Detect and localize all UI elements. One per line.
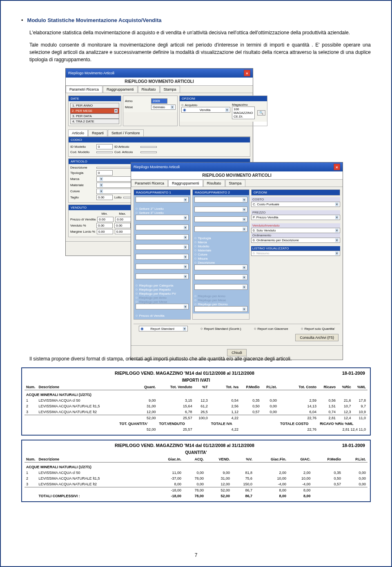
- rag2-prezzo[interactable]: Prezzo di Vendita: [194, 306, 247, 312]
- intro-paragraph-1: L'elaborazione statistica della moviment…: [29, 29, 371, 36]
- tab-risultato[interactable]: Risultato: [138, 86, 160, 93]
- tab-parametri[interactable]: Parametri Ricerca: [131, 180, 168, 187]
- table-row: 2LEVISSIMA ACQUA NATURALE lt1,531,0015,6…: [24, 403, 368, 409]
- rag1-marca[interactable]: Marca: [136, 225, 189, 230]
- tip-input[interactable]: 0: [96, 170, 113, 176]
- rag2-reppv[interactable]: Riepilogo per Reparto PV: [194, 284, 247, 290]
- col-ric: Ricavo: [318, 384, 337, 390]
- table-row: 3LEVISSIMA ACQUA NATURALE lt212,006,7826…: [24, 409, 368, 415]
- tab-raggruppamenti[interactable]: Raggruppamenti: [103, 86, 138, 93]
- mese-select[interactable]: Gennaio: [151, 105, 176, 110]
- date-per-mese-button[interactable]: 2. PER MESE: [70, 108, 119, 113]
- idart-label: ID Articolo: [114, 145, 139, 149]
- marg-max[interactable]: 0.00: [115, 229, 131, 234]
- date-per-anno-button[interactable]: 1. PER ANNO: [70, 103, 119, 108]
- codart-input[interactable]: [140, 151, 157, 153]
- rag1-set1[interactable]: Settore 1° Livello: [136, 197, 189, 202]
- rag2-cat[interactable]: Riepilogo per Categoria: [194, 265, 247, 270]
- rag2-rep[interactable]: Riepilogo per Reparto: [194, 274, 247, 280]
- idmod-input[interactable]: 0: [96, 144, 113, 149]
- rag2-set3[interactable]: Settore 3° Livello: [194, 226, 247, 232]
- col-pm: P.Medio: [312, 456, 343, 462]
- max-label: Max.: [114, 212, 131, 216]
- rag1-misura[interactable]: Misura: [136, 264, 189, 269]
- anno-input[interactable]: 2009: [151, 98, 167, 104]
- rag1-set2[interactable]: Settore 2° Livello: [136, 207, 164, 211]
- taglio-input[interactable]: 0.00: [96, 195, 113, 200]
- consulta-button[interactable]: Consulta Archivi (F5): [295, 334, 339, 341]
- ord-label: Ordinamento: [251, 233, 340, 238]
- idart-input[interactable]: [140, 146, 157, 148]
- rag2-modello[interactable]: Modello: [194, 244, 209, 248]
- rag1-header: RAGGRUPPAMENTO 1: [134, 190, 190, 195]
- colore-label: Colore: [70, 189, 95, 193]
- subtab-settori[interactable]: Settori / Fornitore: [108, 129, 144, 136]
- prezzo-max[interactable]: 0.00: [115, 217, 131, 222]
- report-quantita-radio[interactable]: Report solo Quantita': [301, 327, 335, 331]
- tab-parametri[interactable]: Parametri Ricerca: [66, 86, 102, 93]
- rag1-tip[interactable]: Tipologia: [136, 215, 189, 220]
- rag1-materiale[interactable]: Materiale: [136, 244, 189, 250]
- subtab-reparti[interactable]: Reparti: [88, 129, 107, 136]
- rag2-nessuno[interactable]: Nessuno: [194, 197, 247, 202]
- lotto-label: Lotto: [114, 196, 122, 199]
- col-num: Num.: [24, 384, 37, 390]
- rag1-rep[interactable]: Riepilogo per Reparto: [136, 287, 171, 291]
- col-desc: Descrizione: [37, 456, 154, 462]
- subtotal-row: 52,0025,57100,04,2222,762,8112,411,0: [24, 415, 368, 421]
- tab-risultato[interactable]: Risultato: [203, 180, 225, 187]
- marg-min[interactable]: 0.00: [97, 229, 113, 234]
- rag1-reppv[interactable]: Riepilogo per Reparto PV: [136, 291, 176, 296]
- acquisto-radio[interactable]: Acquisto: [181, 103, 197, 107]
- report-giacenze-radio[interactable]: Report con Giacenze: [254, 327, 288, 331]
- date-group-header: DATE: [69, 96, 121, 101]
- col-pv: %V.: [232, 456, 254, 462]
- costo-select[interactable]: C. Costo Puntuale: [251, 202, 340, 207]
- tab-stampa[interactable]: Stampa: [160, 86, 180, 93]
- close-icon[interactable]: ×: [334, 164, 340, 170]
- rag1-prezzo[interactable]: Prezzo di Vendita: [136, 314, 165, 318]
- idmod-label: ID Modello: [70, 145, 95, 149]
- rag1-set3[interactable]: Settore 3° Livello: [136, 211, 164, 215]
- rag1-giorno[interactable]: Riepilogo per Giorno: [136, 304, 189, 309]
- magazzino-lookup-button[interactable]: 🔍: [257, 110, 265, 116]
- vi-select[interactable]: 0. Solo Venduto: [251, 228, 340, 233]
- rag2-set2[interactable]: Settore 2° Livello: [194, 216, 247, 222]
- report1-date: 18-01-2009: [342, 371, 365, 376]
- rag1-desc[interactable]: Descrizione: [136, 273, 189, 279]
- rag2-colore[interactable]: Colore: [194, 252, 207, 256]
- rag2-misura[interactable]: Misura: [194, 256, 207, 260]
- report-standard-radio[interactable]: Report Standard: [139, 326, 188, 331]
- ord-select[interactable]: 0. Ordinamento per Descrizione: [251, 238, 340, 243]
- vend-max[interactable]: 0.00: [114, 223, 131, 228]
- prezzo-min[interactable]: 0.00: [97, 217, 114, 222]
- col-toti: Tot. Iva: [209, 384, 240, 390]
- rag1-cat[interactable]: Riepilogo per Categoria: [136, 283, 174, 287]
- magazzino-input[interactable]: 100 MAGAZZINO CE.DI.: [232, 107, 255, 119]
- min-label: Min.: [96, 212, 113, 216]
- close-icon[interactable]: ×: [244, 70, 250, 76]
- prezzo-select[interactable]: P. Prezzo Vendita: [251, 215, 340, 220]
- rag2-set1[interactable]: Settore 1° Livello: [194, 207, 247, 212]
- vendita-radio[interactable]: Vendita: [181, 107, 230, 113]
- date-tra-2-date-button[interactable]: 4. TRA 2 DATE: [70, 119, 119, 124]
- rag2-giorno[interactable]: Riepilogo per Giorno: [194, 302, 228, 306]
- col-acq: ACQ.: [183, 456, 205, 462]
- vend-min[interactable]: 0.00: [96, 223, 113, 228]
- rag2-desc[interactable]: Descrizione: [194, 260, 215, 265]
- tab-stampa[interactable]: Stampa: [225, 180, 245, 187]
- rag2-materiale[interactable]: Materiale: [194, 248, 211, 252]
- table-row: 1LEVISSIMA ACQUA cl 509,003,1512,30,540,…: [24, 398, 368, 403]
- report2-title: RIEPILOGO VEND. MAGAZZINO 'M14 dal 01/12…: [115, 443, 254, 448]
- rag2-tip[interactable]: Tipologia: [194, 236, 211, 240]
- vendpct-label: Venduto %: [70, 224, 95, 227]
- rag1-modello[interactable]: Modello: [136, 234, 189, 240]
- subtab-articolo[interactable]: Articolo: [68, 129, 88, 136]
- date-per-data-button[interactable]: 3. PER DATA: [70, 113, 119, 119]
- rag2-marca[interactable]: Marca: [194, 240, 207, 244]
- subtotal-row: -18,0078,0052,0086,78,008,00: [24, 487, 368, 494]
- rag1-colore[interactable]: Colore: [136, 254, 189, 260]
- codmod-input[interactable]: [96, 151, 113, 153]
- report-scontr-radio[interactable]: Report Standard (Scontr.): [200, 327, 241, 331]
- tab-raggruppamenti[interactable]: Raggruppamenti: [168, 180, 203, 187]
